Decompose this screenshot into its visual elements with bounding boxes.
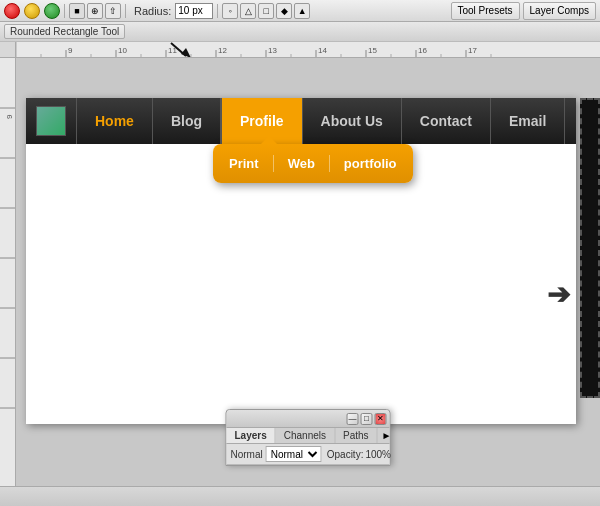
dropdown-divider-1	[273, 155, 274, 172]
maximize-button[interactable]	[44, 3, 60, 19]
radius-label: Radius:	[134, 5, 171, 17]
nav-item-home[interactable]: Home	[76, 98, 153, 144]
nav-item-email[interactable]: Email	[491, 98, 565, 144]
separator-2	[125, 4, 126, 18]
nav-item-contact[interactable]: Contact	[402, 98, 491, 144]
nav-item-blog[interactable]: Blog	[153, 98, 221, 144]
dropdown-item-web[interactable]: Web	[278, 152, 325, 175]
layers-tabs: Layers Channels Paths ►	[227, 428, 390, 444]
dropdown-item-print[interactable]: Print	[219, 152, 269, 175]
arrow-up-icon[interactable]: ⇧	[105, 3, 121, 19]
svg-text:9: 9	[5, 114, 14, 119]
nav-bar: Home Blog Profile Print Web	[26, 98, 576, 144]
dropdown-divider-2	[329, 155, 330, 172]
svg-text:16: 16	[418, 46, 427, 55]
minimize-layers-button[interactable]: —	[347, 413, 359, 425]
make-layer-icon[interactable]: □	[258, 3, 274, 19]
ruler-corner	[0, 42, 16, 58]
svg-text:13: 13	[268, 46, 277, 55]
tool-name-dropdown[interactable]: Rounded Rectangle Tool	[4, 24, 125, 39]
status-bar	[0, 486, 600, 506]
tab-channels[interactable]: Channels	[276, 428, 335, 443]
svg-text:17: 17	[468, 46, 477, 55]
svg-marker-30	[181, 48, 191, 58]
svg-text:10: 10	[118, 46, 127, 55]
ruler-vertical: 9	[0, 58, 16, 486]
minimize-button[interactable]	[24, 3, 40, 19]
blend-mode-select[interactable]: Normal Multiply Screen	[266, 446, 322, 462]
ruler-horizontal: 9 10 11 12 13 14 15 16 17	[16, 42, 600, 58]
close-layers-button[interactable]: ✕	[375, 413, 387, 425]
svg-text:15: 15	[368, 46, 377, 55]
mode-label: Normal	[231, 449, 263, 460]
webpage-mockup: Home Blog Profile Print Web	[26, 98, 576, 424]
canvas-content: Home Blog Profile Print Web	[16, 58, 600, 486]
canvas-area: 9 Home Blog	[0, 58, 600, 486]
shape-icon[interactable]: ◆	[276, 3, 292, 19]
opacity-label: Opacity:	[327, 449, 364, 460]
svg-text:12: 12	[218, 46, 227, 55]
right-dashed-panel	[580, 98, 600, 398]
dropdown-menu: Print Web portfolio	[213, 144, 413, 183]
nav-items: Home Blog Profile Print Web	[76, 98, 565, 144]
opacity-value: 100%	[365, 449, 391, 460]
tool-icon-1[interactable]: ■	[69, 3, 85, 19]
tab-layers[interactable]: Layers	[227, 428, 276, 443]
tool-options-bar: Rounded Rectangle Tool	[0, 22, 600, 42]
tab-paths[interactable]: Paths	[335, 428, 378, 443]
tool-icon-2[interactable]: ⊕	[87, 3, 103, 19]
toolbar: ■ ⊕ ⇧ Radius: ◦ △ □ ◆ ▲ Tool Presets Lay…	[0, 0, 600, 22]
toolbar-right: Tool Presets Layer Comps	[451, 2, 597, 20]
layer-comps-button[interactable]: Layer Comps	[523, 2, 596, 20]
layers-panel: — □ ✕ Layers Channels Paths ► Normal	[226, 409, 391, 466]
nav-logo	[36, 106, 66, 136]
custom-shape-icon[interactable]: ▲	[294, 3, 310, 19]
svg-text:14: 14	[318, 46, 327, 55]
separator-3	[217, 4, 218, 18]
make-workpath-icon[interactable]: △	[240, 3, 256, 19]
svg-text:9: 9	[68, 46, 73, 55]
tool-presets-button[interactable]: Tool Presets	[451, 2, 520, 20]
radius-input[interactable]	[175, 3, 213, 19]
layers-titlebar: — □ ✕	[227, 410, 390, 428]
arrow-right-annotation: ➔	[547, 278, 570, 311]
layers-options: Normal Normal Multiply Screen Opacity: 1…	[227, 444, 390, 465]
separator-1	[64, 4, 65, 18]
close-button[interactable]	[4, 3, 20, 19]
ruler-h-svg: 9 10 11 12 13 14 15 16 17	[16, 42, 600, 58]
layers-tab-arrow[interactable]: ►	[378, 428, 396, 443]
ruler-v-svg: 9	[0, 58, 16, 458]
make-selection-icon[interactable]: ◦	[222, 3, 238, 19]
dropdown-item-portfolio[interactable]: portfolio	[334, 152, 407, 175]
ruler-container: 9 10 11 12 13 14 15 16 17	[0, 42, 600, 58]
nav-item-about[interactable]: About Us	[303, 98, 402, 144]
restore-layers-button[interactable]: □	[361, 413, 373, 425]
nav-item-profile-container: Profile Print Web portfolio	[221, 98, 303, 144]
page-content	[26, 144, 576, 424]
